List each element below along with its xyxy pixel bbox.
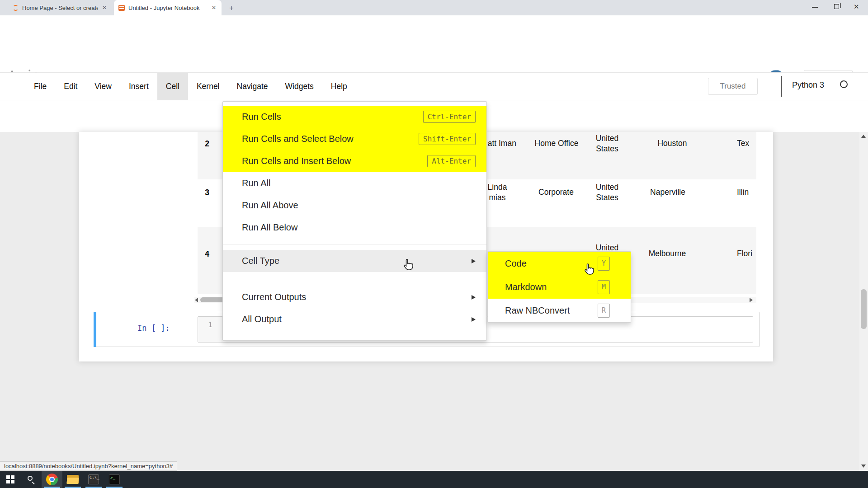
start-button[interactable] <box>0 471 21 488</box>
menu-item-label: Run Cells and Insert Below <box>242 156 351 166</box>
menu-item-run-all-below[interactable]: Run All Below <box>223 216 486 239</box>
menu-file[interactable]: File <box>25 73 55 100</box>
menu-item-label: Cell Type <box>242 256 279 266</box>
shortcut-badge: Alt-Enter <box>427 155 476 167</box>
menu-item-run-all-above[interactable]: Run All Above <box>223 194 486 216</box>
menu-item-label: Raw NBConvert <box>505 305 570 316</box>
menu-item-run-cells[interactable]: Run Cells Ctrl-Enter <box>223 106 486 128</box>
chrome-icon <box>46 474 58 485</box>
kernel-divider <box>781 76 782 97</box>
menu-item-label: Current Outputs <box>242 292 306 302</box>
shortcut-key-badge: M <box>598 280 610 294</box>
menu-item-label: Run All <box>242 178 270 188</box>
terminal-icon: >_ <box>109 474 120 484</box>
menu-edit[interactable]: Edit <box>55 73 86 100</box>
table-cell-city: Melbourne <box>638 249 697 259</box>
table-cell-country: United States <box>587 182 627 203</box>
menu-item-run-cells-select-below[interactable]: Run Cells and Select Below Shift-Enter <box>223 128 486 150</box>
new-tab-button[interactable]: + <box>227 4 236 13</box>
notebook-favicon <box>118 5 125 11</box>
line-number: 1 <box>198 320 222 329</box>
cell-menu-dropdown: Run Cells Ctrl-Enter Run Cells and Selec… <box>222 101 487 341</box>
menu-divider <box>223 244 486 244</box>
submenu-arrow-icon <box>472 295 476 300</box>
taskbar-search-button[interactable] <box>21 471 42 488</box>
menu-item-label: All Output <box>242 314 282 324</box>
menu-item-label: Run Cells and Select Below <box>242 134 354 144</box>
submenu-arrow-icon <box>472 259 476 263</box>
submenu-item-code[interactable]: Code Y <box>488 252 631 275</box>
kernel-status-icon <box>840 80 848 88</box>
table-row-index: 3 <box>205 188 209 197</box>
browser-toolbar: ← → ↻ i localhost:8889/notebooks/Untitle… <box>0 15 868 32</box>
table-cell-country: United States <box>587 133 627 154</box>
screen: Home Page - Select or create a n ✕ Untit… <box>0 0 868 488</box>
menu-kernel[interactable]: Kernel <box>188 73 228 100</box>
scroll-right-icon[interactable] <box>750 298 753 302</box>
scroll-left-icon[interactable] <box>195 298 198 302</box>
window-minimize-button[interactable] <box>812 7 818 8</box>
shortcut-badge: Ctrl-Enter <box>423 111 476 123</box>
selected-cell-indicator <box>94 312 96 347</box>
submenu-item-markdown[interactable]: Markdown M <box>488 275 631 299</box>
table-cell-state: Tex <box>737 138 756 149</box>
taskbar-chrome-button[interactable] <box>42 471 62 488</box>
tab-close-icon[interactable]: ✕ <box>211 5 217 11</box>
menu-insert[interactable]: Insert <box>120 73 157 100</box>
search-icon <box>27 475 35 483</box>
table-cell-city: Houston <box>643 138 702 149</box>
status-url-text: localhost:8889/notebooks/Untitled.ipynb?… <box>4 463 173 469</box>
menu-item-cell-type[interactable]: Cell Type <box>223 250 486 272</box>
menu-item-all-output[interactable]: All Output <box>223 308 486 330</box>
table-row-index: 2 <box>205 139 209 149</box>
menu-help[interactable]: Help <box>322 73 356 100</box>
browser-tab-home[interactable]: Home Page - Select or create a n ✕ <box>8 0 112 15</box>
vertical-scroll-thumb[interactable] <box>861 289 867 329</box>
jupyter-header: jupyter Untitled (unsaved changes) Logou… <box>0 32 868 72</box>
scroll-up-icon[interactable] <box>861 135 866 138</box>
menu-divider <box>223 279 486 279</box>
table-cell-state: Illin <box>737 187 756 197</box>
hand-cursor-icon <box>582 263 595 276</box>
windows-taskbar: C:\_ >_ <box>0 471 868 488</box>
trusted-badge[interactable]: Trusted <box>708 78 758 95</box>
browser-tab-notebook[interactable]: Untitled - Jupyter Notebook ✕ <box>114 0 222 15</box>
window-close-button[interactable]: ✕ <box>854 3 859 11</box>
menu-cell[interactable]: Cell <box>157 73 188 100</box>
menu-view[interactable]: View <box>86 73 120 100</box>
tab-title: Home Page - Select or create a n <box>22 5 98 11</box>
kernel-name: Python 3 <box>792 80 824 90</box>
menu-navigate[interactable]: Navigate <box>228 73 277 100</box>
menu-item-label: Markdown <box>505 282 547 292</box>
taskbar-terminal-button[interactable]: >_ <box>104 471 125 488</box>
submenu-arrow-icon <box>472 317 476 322</box>
menu-item-label: Run All Above <box>242 200 298 211</box>
scroll-down-icon[interactable] <box>861 465 866 468</box>
shortcut-key-badge: R <box>598 304 610 318</box>
table-cell-city: Naperville <box>638 187 697 197</box>
menu-widgets[interactable]: Widgets <box>277 73 322 100</box>
tab-title: Untitled - Jupyter Notebook <box>128 5 207 11</box>
shortcut-badge: Shift-Enter <box>419 133 476 145</box>
table-row-index: 4 <box>205 249 209 259</box>
menu-item-run-cells-insert-below[interactable]: Run Cells and Insert Below Alt-Enter <box>223 150 486 172</box>
window-restore-button[interactable] <box>834 4 839 9</box>
cell-input-prompt: In [ ]: <box>137 324 170 333</box>
browser-status-bubble: localhost:8889/notebooks/Untitled.ipynb?… <box>0 461 177 471</box>
menu-item-label: Code <box>505 258 527 269</box>
table-cell-state: Flori <box>737 249 756 259</box>
submenu-item-raw-nbconvert[interactable]: Raw NBConvert R <box>488 299 631 322</box>
cell-type-submenu: Code Y Markdown M Raw NBConvert R <box>487 251 631 323</box>
table-cell-segment: Corporate <box>529 187 583 197</box>
hand-cursor-icon <box>401 258 414 271</box>
editor-gutter: 1 <box>198 317 222 343</box>
taskbar-cmd-button[interactable]: C:\_ <box>83 471 104 488</box>
shortcut-key-badge: Y <box>598 257 610 271</box>
taskbar-explorer-button[interactable] <box>62 471 83 488</box>
menu-item-current-outputs[interactable]: Current Outputs <box>223 286 486 308</box>
menu-item-run-all[interactable]: Run All <box>223 172 486 194</box>
browser-tab-strip: Home Page - Select or create a n ✕ Untit… <box>0 0 868 15</box>
tab-close-icon[interactable]: ✕ <box>101 5 108 11</box>
windows-logo-icon <box>6 475 14 483</box>
table-cell-segment: Home Office <box>534 138 579 149</box>
